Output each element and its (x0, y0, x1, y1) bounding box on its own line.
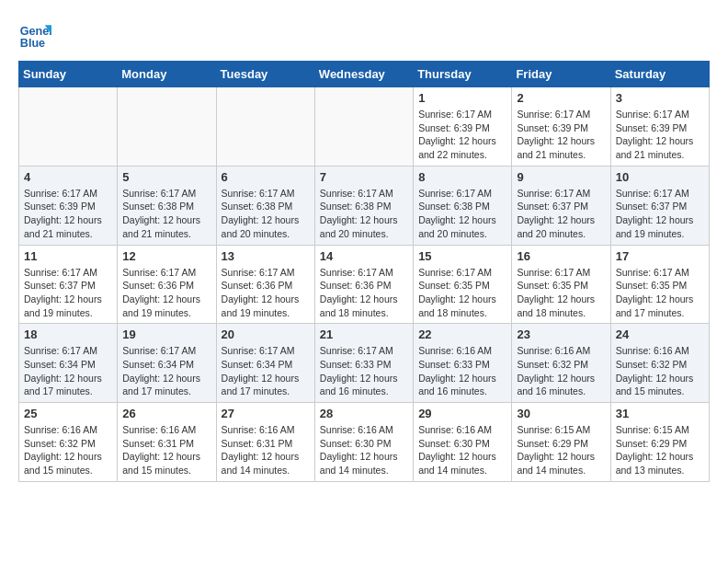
calendar-day-cell: 1Sunrise: 6:17 AM Sunset: 6:39 PM Daylig… (414, 87, 512, 167)
day-info: Sunrise: 6:16 AM Sunset: 6:32 PM Dayligh… (616, 344, 704, 398)
day-number: 10 (616, 170, 704, 184)
day-number: 23 (517, 327, 605, 341)
day-info: Sunrise: 6:17 AM Sunset: 6:36 PM Dayligh… (222, 266, 310, 320)
calendar-day-cell: 11Sunrise: 6:17 AM Sunset: 6:37 PM Dayli… (19, 245, 118, 324)
calendar-day-cell: 24Sunrise: 6:16 AM Sunset: 6:32 PM Dayli… (610, 324, 709, 403)
calendar-day-cell: 2Sunrise: 6:17 AM Sunset: 6:39 PM Daylig… (512, 87, 610, 167)
day-info: Sunrise: 6:16 AM Sunset: 6:30 PM Dayligh… (418, 423, 506, 477)
calendar-day-cell: 18Sunrise: 6:17 AM Sunset: 6:34 PM Dayli… (19, 324, 118, 403)
day-number: 7 (320, 170, 408, 184)
day-of-week-header: Sunday (19, 62, 118, 87)
calendar-day-cell: 14Sunrise: 6:17 AM Sunset: 6:36 PM Dayli… (314, 245, 413, 324)
day-info: Sunrise: 6:17 AM Sunset: 6:39 PM Dayligh… (517, 108, 605, 162)
day-info: Sunrise: 6:16 AM Sunset: 6:32 PM Dayligh… (24, 423, 112, 477)
calendar-day-cell: 5Sunrise: 6:17 AM Sunset: 6:38 PM Daylig… (118, 166, 216, 245)
day-number: 28 (320, 407, 408, 420)
day-info: Sunrise: 6:17 AM Sunset: 6:34 PM Dayligh… (122, 344, 210, 398)
calendar-day-cell: 4Sunrise: 6:17 AM Sunset: 6:39 PM Daylig… (19, 166, 118, 245)
day-of-week-header: Wednesday (314, 62, 413, 87)
day-number: 22 (418, 327, 506, 341)
day-info: Sunrise: 6:17 AM Sunset: 6:36 PM Dayligh… (122, 266, 210, 320)
day-number: 15 (418, 249, 506, 263)
day-info: Sunrise: 6:17 AM Sunset: 6:35 PM Dayligh… (418, 266, 506, 320)
day-number: 14 (320, 249, 408, 263)
calendar-day-cell: 3Sunrise: 6:17 AM Sunset: 6:39 PM Daylig… (610, 87, 709, 167)
day-number: 2 (517, 91, 605, 105)
calendar-day-cell (19, 87, 118, 167)
day-number: 6 (222, 170, 310, 184)
calendar-day-cell: 17Sunrise: 6:17 AM Sunset: 6:35 PM Dayli… (610, 245, 709, 324)
day-info: Sunrise: 6:17 AM Sunset: 6:38 PM Dayligh… (122, 187, 210, 241)
day-number: 29 (418, 407, 506, 420)
calendar-day-cell: 7Sunrise: 6:17 AM Sunset: 6:38 PM Daylig… (314, 166, 413, 245)
calendar-day-cell: 8Sunrise: 6:17 AM Sunset: 6:38 PM Daylig… (414, 166, 512, 245)
calendar-day-cell: 29Sunrise: 6:16 AM Sunset: 6:30 PM Dayli… (414, 403, 512, 482)
calendar-day-cell: 9Sunrise: 6:17 AM Sunset: 6:37 PM Daylig… (512, 166, 610, 245)
day-number: 24 (616, 327, 704, 341)
day-info: Sunrise: 6:17 AM Sunset: 6:38 PM Dayligh… (222, 187, 310, 241)
day-number: 31 (616, 407, 704, 420)
calendar-week-row: 11Sunrise: 6:17 AM Sunset: 6:37 PM Dayli… (19, 245, 710, 324)
day-number: 12 (122, 249, 210, 263)
day-info: Sunrise: 6:17 AM Sunset: 6:34 PM Dayligh… (222, 344, 310, 398)
day-number: 18 (24, 327, 112, 341)
calendar-week-row: 4Sunrise: 6:17 AM Sunset: 6:39 PM Daylig… (19, 166, 710, 245)
calendar-day-cell: 21Sunrise: 6:17 AM Sunset: 6:33 PM Dayli… (314, 324, 413, 403)
calendar-day-cell (216, 87, 314, 167)
day-of-week-header: Monday (118, 62, 216, 87)
day-of-week-header: Saturday (610, 62, 709, 87)
calendar-header-row: SundayMondayTuesdayWednesdayThursdayFrid… (19, 62, 710, 87)
calendar-table: SundayMondayTuesdayWednesdayThursdayFrid… (18, 61, 710, 482)
day-number: 1 (418, 91, 506, 105)
day-info: Sunrise: 6:15 AM Sunset: 6:29 PM Dayligh… (517, 423, 605, 477)
day-info: Sunrise: 6:17 AM Sunset: 6:37 PM Dayligh… (24, 266, 112, 320)
calendar-day-cell: 23Sunrise: 6:16 AM Sunset: 6:32 PM Dayli… (512, 324, 610, 403)
calendar-day-cell: 16Sunrise: 6:17 AM Sunset: 6:35 PM Dayli… (512, 245, 610, 324)
day-of-week-header: Tuesday (216, 62, 314, 87)
day-info: Sunrise: 6:17 AM Sunset: 6:39 PM Dayligh… (418, 108, 506, 162)
calendar-day-cell (314, 87, 413, 167)
day-number: 11 (24, 249, 112, 263)
day-info: Sunrise: 6:16 AM Sunset: 6:30 PM Dayligh… (320, 423, 408, 477)
calendar-day-cell: 13Sunrise: 6:17 AM Sunset: 6:36 PM Dayli… (216, 245, 314, 324)
day-number: 4 (24, 170, 112, 184)
calendar-week-row: 18Sunrise: 6:17 AM Sunset: 6:34 PM Dayli… (19, 324, 710, 403)
day-info: Sunrise: 6:17 AM Sunset: 6:39 PM Dayligh… (616, 108, 704, 162)
calendar-day-cell: 22Sunrise: 6:16 AM Sunset: 6:33 PM Dayli… (414, 324, 512, 403)
day-info: Sunrise: 6:16 AM Sunset: 6:31 PM Dayligh… (222, 423, 310, 477)
day-info: Sunrise: 6:17 AM Sunset: 6:37 PM Dayligh… (517, 187, 605, 241)
day-info: Sunrise: 6:17 AM Sunset: 6:37 PM Dayligh… (616, 187, 704, 241)
day-info: Sunrise: 6:17 AM Sunset: 6:35 PM Dayligh… (616, 266, 704, 320)
day-number: 19 (122, 327, 210, 341)
calendar-day-cell: 15Sunrise: 6:17 AM Sunset: 6:35 PM Dayli… (414, 245, 512, 324)
day-info: Sunrise: 6:16 AM Sunset: 6:33 PM Dayligh… (418, 344, 506, 398)
calendar-week-row: 25Sunrise: 6:16 AM Sunset: 6:32 PM Dayli… (19, 403, 710, 482)
page-header: General Blue (18, 18, 710, 52)
day-info: Sunrise: 6:16 AM Sunset: 6:32 PM Dayligh… (517, 344, 605, 398)
day-number: 27 (222, 407, 310, 420)
day-number: 30 (517, 407, 605, 420)
day-number: 3 (616, 91, 704, 105)
calendar-week-row: 1Sunrise: 6:17 AM Sunset: 6:39 PM Daylig… (19, 87, 710, 167)
logo: General Blue (18, 18, 55, 52)
calendar-day-cell: 28Sunrise: 6:16 AM Sunset: 6:30 PM Dayli… (314, 403, 413, 482)
day-number: 9 (517, 170, 605, 184)
day-of-week-header: Thursday (414, 62, 512, 87)
day-number: 8 (418, 170, 506, 184)
day-info: Sunrise: 6:16 AM Sunset: 6:31 PM Dayligh… (122, 423, 210, 477)
calendar-day-cell: 31Sunrise: 6:15 AM Sunset: 6:29 PM Dayli… (610, 403, 709, 482)
day-number: 13 (222, 249, 310, 263)
day-number: 20 (222, 327, 310, 341)
day-number: 16 (517, 249, 605, 263)
day-number: 5 (122, 170, 210, 184)
calendar-day-cell: 6Sunrise: 6:17 AM Sunset: 6:38 PM Daylig… (216, 166, 314, 245)
day-info: Sunrise: 6:17 AM Sunset: 6:38 PM Dayligh… (320, 187, 408, 241)
day-number: 21 (320, 327, 408, 341)
day-info: Sunrise: 6:15 AM Sunset: 6:29 PM Dayligh… (616, 423, 704, 477)
calendar-day-cell: 26Sunrise: 6:16 AM Sunset: 6:31 PM Dayli… (118, 403, 216, 482)
svg-text:Blue: Blue (20, 37, 45, 50)
logo-icon: General Blue (18, 18, 51, 52)
calendar-day-cell: 20Sunrise: 6:17 AM Sunset: 6:34 PM Dayli… (216, 324, 314, 403)
calendar-day-cell: 12Sunrise: 6:17 AM Sunset: 6:36 PM Dayli… (118, 245, 216, 324)
day-info: Sunrise: 6:17 AM Sunset: 6:34 PM Dayligh… (24, 344, 112, 398)
